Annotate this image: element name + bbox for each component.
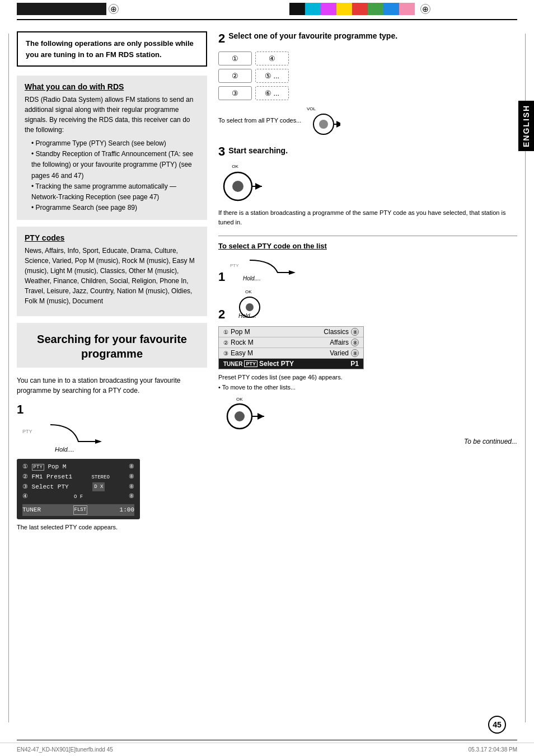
footer-file-info: EN42-47_KD-NX901[E]tunerfb.indd 45	[17, 746, 113, 753]
black-block-left	[17, 3, 106, 15]
pty-step2-number: 2	[218, 307, 225, 321]
rds-section: What you can do with RDS RDS (Radio Data…	[17, 76, 207, 220]
svg-text:VOL: VOL	[307, 106, 316, 111]
svg-text:PTY: PTY	[22, 429, 32, 434]
pty-list-section: To select a PTY code on the list 1 Hold.…	[218, 242, 517, 445]
favourite-box: Searching for your favourite programme	[17, 323, 207, 368]
pty-codes-section: PTY codes News, Affairs, Info, Sport, Ed…	[17, 227, 207, 316]
display-row2: ② FM1 Preset1 STEREO ⑧	[22, 472, 134, 482]
page-content: The following operations are only possib…	[0, 26, 534, 547]
num-box-1: ①	[218, 51, 252, 65]
strip-blue	[383, 3, 399, 15]
step2-label: Select one of your favourite programme t…	[228, 31, 397, 40]
step2-num-grid: ① ④ ② ⑤ ... ③ ⑥ ...	[218, 51, 517, 100]
step1-device-display: ① PTY Pop M ⑧ ② FM1 Preset1 STEREO ⑧ ③ S…	[17, 459, 140, 519]
pty-step2-knob-svg: OK Hold....	[227, 288, 317, 318]
step1-knob-area: Hold.... PTY	[17, 419, 207, 454]
num-box-2: ②	[218, 69, 252, 83]
svg-text:OK: OK	[232, 164, 238, 169]
display-row5: TUNER FLST 1:00	[22, 504, 134, 516]
rds-bullet-1: Programme Type (PTY) Search (see below)	[31, 138, 199, 149]
svg-marker-0	[95, 439, 102, 444]
display-row1: ① PTY Pop M ⑧	[22, 462, 134, 472]
step2-header: 2 Select one of your favourite programme…	[218, 31, 517, 48]
rds-heading: What you can do with RDS	[25, 82, 199, 91]
strip-magenta	[321, 3, 336, 15]
crosshair-right: ⊕	[420, 4, 430, 14]
footer: EN42-47_KD-NX901[E]tunerfb.indd 45 05.3.…	[0, 743, 534, 756]
step3-number: 3	[218, 144, 225, 159]
left-column: The following operations are only possib…	[17, 31, 207, 530]
preset-text: Preset PTY codes list (see page 46) appe…	[218, 374, 517, 381]
top-bar: ⊕ ⊕	[0, 0, 534, 18]
favourite-body: You can tune in to a station broadcastin…	[17, 375, 207, 396]
pty-row-1: ① Pop M Classics ⑧	[219, 327, 363, 337]
pty-step1-arrow-svg: Hold.... PTY	[227, 256, 317, 281]
display-row4: ④ O F ⑧	[22, 492, 134, 502]
info-box: The following operations are only possib…	[17, 31, 207, 67]
num-box-3: ③	[218, 86, 252, 100]
right-column: 2 Select one of your favourite programme…	[218, 31, 517, 530]
svg-point-8	[232, 181, 243, 192]
step3-right: 3 Start searching. OK If there is a stat…	[218, 144, 517, 227]
strip-black	[289, 3, 305, 15]
vol-knob-svg: VOL	[307, 105, 340, 135]
english-sidebar-label: ENGLISH	[518, 101, 534, 151]
step3-body: If there is a station broadcasting a pro…	[218, 208, 517, 227]
num-box-4: ④	[255, 51, 289, 65]
svg-text:OK: OK	[245, 289, 252, 294]
pty-row-2: ② Rock M Affairs ⑧	[219, 337, 363, 348]
move-text: • To move to the other lists...	[218, 384, 517, 391]
num-box-5: ⑤ ...	[255, 69, 289, 83]
continued-text: To be continued...	[218, 438, 517, 445]
svg-text:Hold....: Hold....	[55, 446, 74, 453]
step1-caption: The last selected PTY code appears.	[17, 524, 207, 530]
strip-cyan	[305, 3, 321, 15]
rds-body: RDS (Radio Data System) allows FM statio…	[25, 95, 199, 135]
step2-right: 2 Select one of your favourite programme…	[218, 31, 517, 135]
pty-list-display: ① Pop M Classics ⑧ ② Rock M Affairs ⑧ ③ …	[218, 326, 364, 369]
top-bar-left: ⊕	[0, 0, 267, 18]
top-bar-right: ⊕	[267, 0, 534, 18]
strip-pink	[399, 3, 415, 15]
pty-row-3: ③ Easy M Varied ⑧	[219, 348, 363, 359]
step3-header: 3 Start searching.	[218, 144, 517, 161]
select-all-text: To select from all PTY codes...	[218, 117, 301, 124]
strip-yellow	[336, 3, 352, 15]
section-divider	[218, 236, 517, 236]
rds-bullet-2: Standby Reception of Traffic Announcemen…	[31, 149, 199, 181]
info-box-text: The following operations are only possib…	[26, 39, 194, 59]
rds-bullet-3: Tracking the same programme automaticall…	[31, 181, 199, 203]
step1-arrow-svg: Hold.... PTY	[17, 419, 129, 453]
pty-list-step1: 1 Hold.... PTY	[218, 256, 517, 284]
step3-knob-svg: OK	[218, 161, 263, 203]
step1-number: 1	[17, 402, 207, 417]
rds-bullets: Programme Type (PTY) Search (see below) …	[25, 138, 199, 213]
pty-row-tuner: TUNER PTY Select PTY P1	[219, 359, 363, 369]
step1-left: 1 Hold.... PTY ① PTY Pop M ⑧ ② FM1	[17, 402, 207, 530]
pty-codes-body: News, Affairs, Info, Sport, Educate, Dra…	[25, 246, 199, 306]
num-box-6: ⑥ ...	[255, 86, 289, 100]
crosshair-left: ⊕	[109, 4, 119, 14]
page-number: 45	[488, 716, 506, 734]
svg-text:Hold....: Hold....	[243, 275, 261, 281]
pty-codes-heading: PTY codes	[25, 233, 199, 242]
pty-list-step2: 2 OK Hold....	[218, 288, 517, 322]
rds-bullet-4: Programme Search (see page 89)	[31, 203, 199, 213]
strip-red	[352, 3, 368, 15]
footer-date-info: 05.3.17 2:04:38 PM	[469, 746, 517, 753]
pty-step1-number: 1	[218, 270, 225, 284]
select-all-codes: To select from all PTY codes... VOL	[218, 105, 517, 135]
color-blocks-right	[289, 3, 415, 15]
strip-green	[368, 3, 383, 15]
step3-label: Start searching.	[228, 146, 288, 155]
svg-text:PTY: PTY	[230, 263, 239, 268]
display-row3: ③ Select PTY D X ⑧	[22, 482, 134, 492]
step2-number: 2	[218, 31, 225, 46]
svg-marker-9	[289, 270, 296, 275]
left-margin-line	[8, 34, 9, 722]
pty-list-heading: To select a PTY code on the list	[218, 242, 517, 250]
svg-text:Hold....: Hold....	[238, 313, 256, 318]
svg-point-18	[235, 411, 245, 421]
favourite-heading: Searching for your favourite programme	[28, 332, 196, 361]
